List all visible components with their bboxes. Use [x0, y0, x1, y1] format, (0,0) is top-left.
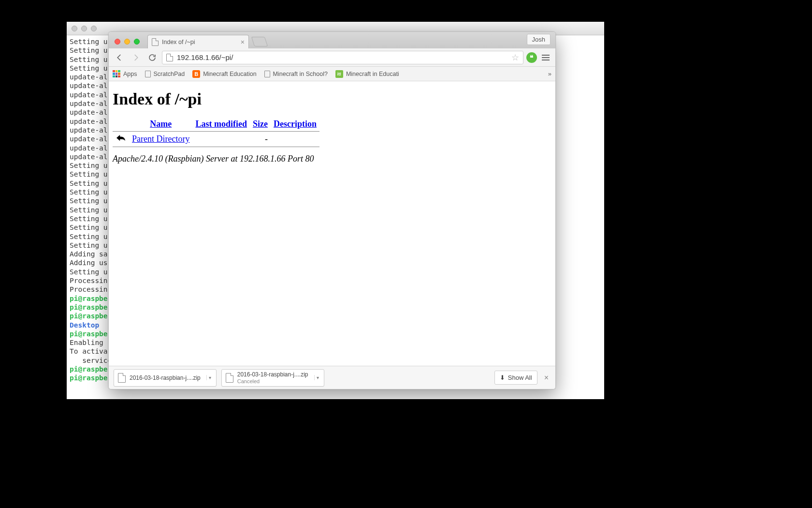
bookmark-label: Minecraft in Educati [346, 71, 399, 77]
page-icon [152, 38, 159, 46]
tab-title: Index of /~pi [162, 39, 195, 45]
col-modified[interactable]: Last modified [195, 119, 247, 129]
download-item[interactable]: 2016-03-18-raspbian-j....zipCanceled▾ [221, 369, 324, 387]
bookmark-item[interactable]: it!Minecraft in Educati [335, 70, 399, 78]
col-desc[interactable]: Description [274, 119, 317, 129]
divider [113, 147, 319, 148]
directory-listing-table: Name Last modified Size Description Pare… [113, 117, 319, 147]
bookmark-icon [113, 70, 120, 78]
bookmark-star-icon[interactable]: ☆ [511, 52, 519, 63]
bookmark-icon [145, 71, 151, 77]
parent-directory-row: Parent Directory - [113, 132, 319, 147]
download-menu-chevron[interactable]: ▾ [206, 375, 213, 380]
window-minimize-button[interactable] [124, 39, 130, 45]
bookmarks-bar: AppsScratchPadBMinecraft EducationMinecr… [109, 67, 555, 81]
server-signature: Apache/2.4.10 (Raspbian) Server at 192.1… [113, 154, 551, 164]
site-icon [166, 54, 173, 61]
show-all-downloads-button[interactable]: ⬇Show All [494, 371, 537, 385]
downloads-bar-close-button[interactable]: × [542, 374, 551, 382]
show-all-label: Show All [508, 374, 532, 381]
download-filename: 2016-03-18-raspbian-j....zip [237, 371, 308, 378]
bg-traffic-min[interactable] [81, 26, 87, 31]
bookmark-item[interactable]: Minecraft in School? [264, 71, 328, 77]
window-close-button[interactable] [115, 39, 120, 45]
download-icon: ⬇ [500, 374, 505, 381]
download-item[interactable]: 2016-03-18-raspbian-j....zip▾ [114, 369, 217, 387]
back-arrow-icon [113, 132, 129, 147]
tab-close-button[interactable]: × [241, 38, 245, 46]
bookmark-item[interactable]: BMinecraft Education [192, 70, 256, 78]
download-filename: 2016-03-18-raspbian-j....zip [130, 374, 201, 381]
forward-button[interactable] [129, 51, 143, 64]
file-icon [226, 373, 233, 383]
parent-size: - [250, 132, 271, 147]
bookmark-label: Minecraft in School? [273, 71, 328, 77]
browser-tab[interactable]: Index of /~pi × [147, 35, 249, 48]
bookmark-icon: B [192, 70, 200, 78]
hangouts-extension-icon[interactable]: ❝ [526, 52, 537, 63]
url-text: 192.168.1.66/~pi/ [177, 53, 233, 61]
bg-traffic-close[interactable] [72, 26, 77, 31]
bookmark-label: Minecraft Education [203, 71, 256, 77]
page-heading: Index of /~pi [113, 90, 551, 108]
col-size[interactable]: Size [253, 119, 268, 129]
toolbar: 192.168.1.66/~pi/ ☆ ❝ [109, 48, 555, 67]
address-bar[interactable]: 192.168.1.66/~pi/ ☆ [162, 51, 523, 64]
profile-button[interactable]: Josh [527, 34, 551, 45]
bg-traffic-max[interactable] [91, 26, 97, 31]
new-tab-button[interactable] [251, 37, 268, 46]
tab-strip: Index of /~pi × Josh [109, 32, 555, 48]
bookmark-item[interactable]: Apps [113, 70, 137, 78]
bookmark-icon: it! [335, 70, 343, 78]
chrome-menu-button[interactable] [540, 55, 551, 60]
bookmark-icon [264, 71, 270, 77]
file-icon [118, 373, 126, 383]
traffic-lights [113, 39, 143, 48]
col-name[interactable]: Name [150, 119, 172, 129]
download-menu-chevron[interactable]: ▾ [314, 375, 321, 380]
download-status: Canceled [237, 378, 308, 385]
bookmark-label: Apps [123, 71, 137, 77]
bookmark-label: ScratchPad [154, 71, 185, 77]
parent-directory-link[interactable]: Parent Directory [132, 134, 189, 144]
table-header-row: Name Last modified Size Description [113, 117, 319, 132]
back-button[interactable] [113, 51, 126, 64]
bookmarks-overflow-button[interactable]: » [548, 70, 551, 77]
window-zoom-button[interactable] [134, 39, 140, 45]
downloads-bar: 2016-03-18-raspbian-j....zip▾2016-03-18-… [109, 366, 555, 389]
page-content: Index of /~pi Name Last modified Size De… [109, 81, 555, 366]
chrome-window: Index of /~pi × Josh 192.168.1.66/~pi/ ☆… [108, 31, 556, 389]
reload-button[interactable] [145, 51, 159, 64]
bookmark-item[interactable]: ScratchPad [145, 71, 185, 77]
